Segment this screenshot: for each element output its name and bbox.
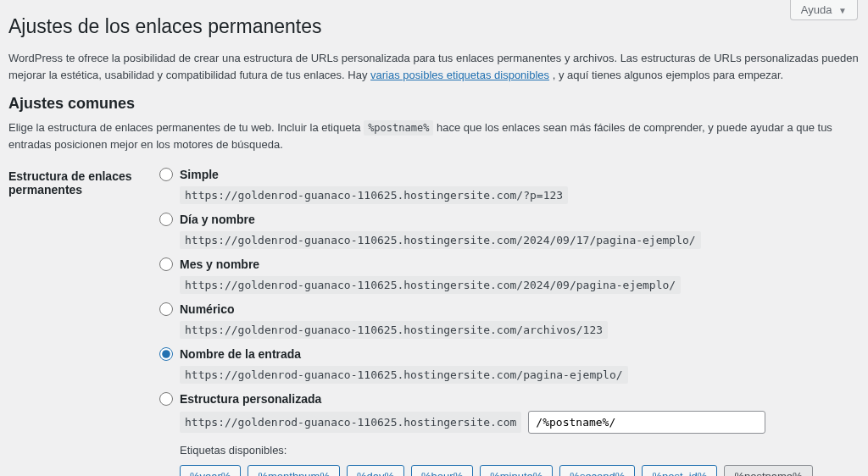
page-title: Ajustes de los enlaces permanentes [8,0,860,43]
radio-simple[interactable] [159,168,173,181]
intro-link[interactable]: varias posibles etiquetas disponibles [370,69,549,81]
radio-dayname[interactable] [159,213,173,226]
tag-buttons: %year%%monthnum%%day%%hour%%minute%%seco… [180,465,860,476]
intro-paragraph: WordPress te ofrece la posibilidad de cr… [8,50,860,83]
radio-monthname[interactable] [159,257,173,271]
tags-available-label: Etiquetas disponibles: [180,444,860,457]
custom-url-prefix: https://goldenrod-guanaco-110625.hosting… [180,412,521,433]
permalink-option-dayname: Día y nombrehttps://goldenrod-guanaco-11… [159,213,860,249]
tag-button[interactable]: %day% [347,465,404,476]
radio-label-custom[interactable]: Estructura personalizada [180,392,321,406]
common-desc: Elige la estructura de enlaces permanent… [8,119,860,152]
permalink-option-postname: Nombre de la entradahttps://goldenrod-gu… [159,347,860,384]
example-url-numeric: https://goldenrod-guanaco-110625.hosting… [180,321,608,339]
example-url-monthname: https://goldenrod-guanaco-110625.hosting… [180,276,681,294]
radio-label-monthname[interactable]: Mes y nombre [180,257,259,271]
permalink-option-monthname: Mes y nombrehttps://goldenrod-guanaco-11… [159,257,860,294]
custom-structure-input[interactable] [528,411,765,434]
example-url-postname: https://goldenrod-guanaco-110625.hosting… [180,366,628,384]
radio-label-simple[interactable]: Simple [180,168,219,181]
tag-button[interactable]: %postname% [724,465,812,476]
permalink-option-simple: Simplehttps://goldenrod-guanaco-110625.h… [159,168,860,204]
example-url-dayname: https://goldenrod-guanaco-110625.hosting… [180,231,701,249]
example-url-simple: https://goldenrod-guanaco-110625.hosting… [180,186,568,204]
permalink-option-custom: Estructura personalizadahttps://goldenro… [159,392,860,476]
help-label: Ayuda [801,3,832,16]
radio-label-postname[interactable]: Nombre de la entrada [180,347,301,361]
radio-label-dayname[interactable]: Día y nombre [180,213,255,226]
structure-row-label: Estructura de enlaces permanentes [8,168,159,476]
common-heading: Ajustes comunes [8,95,860,113]
radio-postname[interactable] [159,347,173,361]
postname-code: %postname% [364,120,433,136]
tag-button[interactable]: %minute% [480,465,553,476]
radio-numeric[interactable] [159,302,173,316]
common-desc-before: Elige la estructura de enlaces permanent… [8,121,364,134]
caret-down-icon: ▼ [838,6,847,15]
tag-button[interactable]: %post_id% [642,465,717,476]
help-tab[interactable]: Ayuda ▼ [790,0,858,20]
permalink-option-numeric: Numéricohttps://goldenrod-guanaco-110625… [159,302,860,339]
intro-after: , y aquí tienes algunos ejemplos para em… [553,69,783,81]
radio-custom[interactable] [159,392,173,406]
radio-label-numeric[interactable]: Numérico [180,302,235,316]
tag-button[interactable]: %second% [559,465,635,476]
tag-button[interactable]: %year% [180,465,241,476]
tag-button[interactable]: %hour% [411,465,473,476]
tag-button[interactable]: %monthnum% [248,465,340,476]
